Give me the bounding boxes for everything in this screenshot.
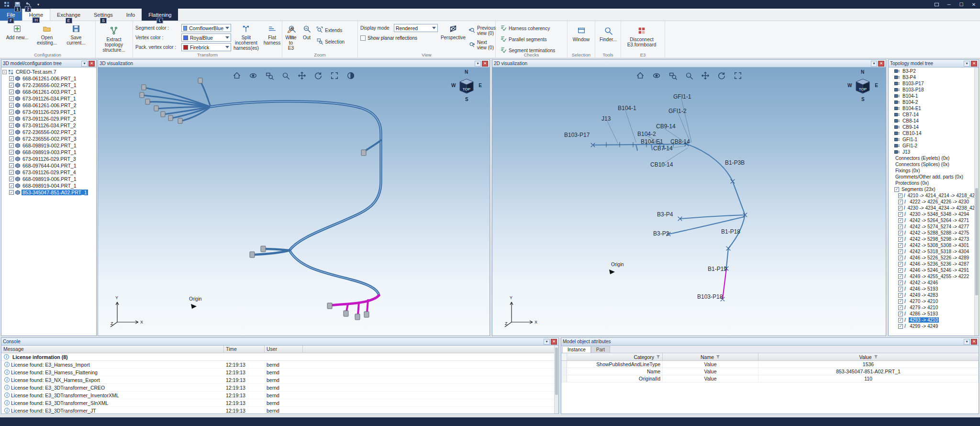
item-checkbox[interactable]: ✓ bbox=[898, 287, 903, 291]
node-label-b104-e1[interactable]: B104-E1 bbox=[641, 138, 663, 145]
att-row[interactable]: OriginalId Value 110 bbox=[561, 375, 979, 382]
topology-segment[interactable]: ✓/4246 -> 5236_5236 -> 4287 bbox=[890, 261, 974, 267]
panel-menu-icon[interactable]: ▾ bbox=[964, 339, 970, 345]
panel-close-icon[interactable]: ✕ bbox=[89, 61, 95, 67]
filter-icon[interactable] bbox=[716, 355, 720, 359]
topology-segment[interactable]: ✓/4242 -> 5308_5308 -> 4301 bbox=[890, 242, 974, 248]
node-label-gfi1-2[interactable]: GFI1-2 bbox=[668, 108, 686, 114]
tree-item[interactable]: ✓672-236556-002.PRT_3 bbox=[2, 135, 96, 142]
qat-save-icon[interactable]: 1 bbox=[13, 1, 21, 8]
zoom-icon[interactable] bbox=[280, 70, 291, 81]
topology-segment[interactable]: ✓/4242 -> 5274_5274 -> 4277 bbox=[890, 224, 974, 230]
console-row[interactable]: iLicense found: E3_3DTransformer_Invento… bbox=[1, 392, 558, 399]
node-label-b104-1[interactable]: B104-1 bbox=[618, 105, 636, 112]
home-icon[interactable] bbox=[635, 70, 646, 81]
topology-node[interactable]: CB9-14 bbox=[890, 124, 974, 130]
item-checkbox[interactable]: ✓ bbox=[898, 243, 903, 248]
tab-flattening[interactable]: Flattening L bbox=[142, 9, 178, 21]
tree-item[interactable]: ✓668-098919-003.PRT_1 bbox=[2, 149, 96, 156]
pan-icon[interactable] bbox=[700, 70, 711, 81]
item-checkbox[interactable]: ✓ bbox=[898, 293, 903, 298]
vertex-color-combo[interactable]: RoyalBlue bbox=[181, 34, 231, 42]
topology-segment[interactable]: ✓/4230 -> 4234_4234 -> 4238_423... bbox=[890, 205, 974, 211]
item-checkbox[interactable]: ✓ bbox=[9, 163, 14, 168]
console-row[interactable]: iLicense found: E3_Harness_Flattening 12… bbox=[1, 369, 558, 376]
topology-node[interactable]: GFI1-2 bbox=[890, 143, 974, 149]
tab-part[interactable]: Part bbox=[591, 346, 610, 353]
att-row[interactable]: ShowPublishedAndLineType Value 1536 bbox=[561, 361, 979, 368]
topology-node[interactable]: CB7-14 bbox=[890, 112, 974, 118]
topology-group[interactable]: Grommets/Other add. parts (0x) bbox=[890, 174, 974, 180]
item-checkbox[interactable]: ✓ bbox=[9, 150, 14, 155]
previous-view-button[interactable]: Previous view (0) bbox=[467, 24, 498, 37]
column-name[interactable]: Name bbox=[663, 353, 758, 360]
item-checkbox[interactable]: ✓ bbox=[898, 268, 903, 273]
item-checkbox[interactable]: ✓ bbox=[898, 318, 903, 323]
tree-item[interactable]: ✓673-091126-029.PRT_4 bbox=[2, 169, 96, 176]
zoom-in-button[interactable]: In bbox=[285, 22, 299, 42]
tab-instance[interactable]: Instance bbox=[562, 346, 591, 353]
panel-menu-icon[interactable]: ▾ bbox=[475, 61, 481, 67]
eye-icon[interactable] bbox=[248, 70, 258, 81]
viz3d-viewport[interactable]: N W E S TOP Y X Z Origi bbox=[98, 67, 490, 336]
topology-node[interactable]: B3-P4 bbox=[890, 74, 974, 80]
topology-segment[interactable]: ✓/4242 -> 5288_5288 -> 4275 bbox=[890, 230, 974, 236]
topology-segment[interactable]: ✓/4222 -> 4226_4226 -> 4230 bbox=[890, 199, 974, 205]
item-checkbox[interactable]: ✓ bbox=[898, 206, 902, 211]
console-group-row[interactable]: i License information (8) bbox=[1, 353, 558, 361]
item-checkbox[interactable]: ✓ bbox=[9, 130, 14, 135]
extract-topology-button[interactable]: Extract topology structure... bbox=[98, 24, 130, 55]
tree-item[interactable]: ✓673-091126-034.PRT_2 bbox=[2, 122, 96, 129]
topology-segment[interactable]: ✓/4246 -> 5193 bbox=[890, 286, 974, 292]
item-checkbox[interactable]: ✓ bbox=[9, 136, 14, 141]
tab-exchange[interactable]: Exchange E bbox=[50, 9, 87, 21]
tree-item[interactable]: ✓672-236556-002.PRT_2 bbox=[2, 129, 96, 135]
tree-item[interactable]: ✓668-098919-002.PRT_1 bbox=[2, 142, 96, 149]
item-checkbox[interactable]: ✓ bbox=[9, 116, 14, 121]
rotate-icon[interactable] bbox=[313, 70, 323, 81]
item-checkbox[interactable]: ✓ bbox=[898, 212, 903, 217]
console-row[interactable]: iLicense found: E3_3DTransformer_SInXML … bbox=[1, 399, 558, 407]
console-row[interactable]: iLicense found: E3_3DTransformer_JT 12:1… bbox=[1, 407, 558, 415]
node-label-b1-p3b[interactable]: B1-P3B bbox=[725, 159, 745, 166]
fit-icon[interactable] bbox=[733, 70, 743, 81]
item-checkbox[interactable]: ✓ bbox=[898, 218, 903, 223]
pin-window-icon[interactable] bbox=[930, 0, 943, 9]
qat-dropdown-icon[interactable]: ▾ bbox=[34, 1, 42, 8]
topology-segment[interactable]: ✓/4246 -> 5226_5226 -> 4289 bbox=[890, 255, 974, 261]
eye-icon[interactable] bbox=[651, 70, 662, 81]
topology-group[interactable]: Fixings (0x) bbox=[890, 168, 974, 174]
item-checkbox[interactable]: ✓ bbox=[898, 237, 903, 242]
panel-close-icon[interactable]: ✕ bbox=[482, 61, 488, 67]
tab-info[interactable]: Info bbox=[120, 9, 142, 21]
topology-group[interactable]: Connectors (Eyelets) (0x) bbox=[890, 155, 974, 161]
minimize-button[interactable]: ─ bbox=[943, 0, 955, 9]
topology-segment[interactable]: ✓/4242 -> 5318_5318 -> 4304 bbox=[890, 248, 974, 255]
tree-item[interactable]: ✓673-091126-029.PRT_1 bbox=[2, 109, 96, 115]
view-cube[interactable]: N W E S TOP bbox=[451, 70, 482, 101]
item-checkbox[interactable]: ✓ bbox=[898, 231, 903, 235]
parallel-segments-button[interactable]: Parallel segments bbox=[498, 34, 557, 44]
item-checkbox[interactable]: ✓ bbox=[9, 96, 14, 101]
tree-item[interactable]: ✓672-236556-002.PRT_1 bbox=[2, 82, 96, 89]
home-icon[interactable] bbox=[232, 70, 242, 81]
shade-icon[interactable] bbox=[345, 70, 356, 81]
item-checkbox[interactable]: ✓ bbox=[9, 157, 14, 161]
view-cube-face[interactable]: TOP bbox=[854, 77, 871, 94]
console-row[interactable]: iLicense found: E3_Harness_Import 12:19:… bbox=[1, 361, 558, 369]
filter-icon[interactable] bbox=[656, 355, 660, 359]
topology-node[interactable]: GFI1-1 bbox=[890, 136, 974, 143]
item-checkbox[interactable]: ✓ bbox=[9, 170, 14, 175]
tree-item[interactable]: ✓668-098919-006.PRT_1 bbox=[2, 176, 96, 182]
panel-menu-icon[interactable]: ▾ bbox=[544, 339, 550, 345]
panel-menu-icon[interactable]: ▾ bbox=[871, 61, 877, 67]
tree-item[interactable]: ✓668-061261-006.PRT_2 bbox=[2, 102, 96, 109]
rotate-icon[interactable] bbox=[716, 70, 727, 81]
topology-node[interactable]: B103-P18 bbox=[890, 87, 974, 93]
item-checkbox[interactable]: ✓ bbox=[898, 249, 903, 254]
item-checkbox[interactable]: ✓ bbox=[9, 190, 14, 195]
item-checkbox[interactable]: ✓ bbox=[9, 123, 14, 128]
topology-segment[interactable]: ✓/4249 -> 4255_4255 -> 4222 bbox=[890, 273, 974, 280]
zoomwin-icon[interactable] bbox=[668, 70, 678, 81]
topology-node[interactable]: B104-E1 bbox=[890, 105, 974, 112]
